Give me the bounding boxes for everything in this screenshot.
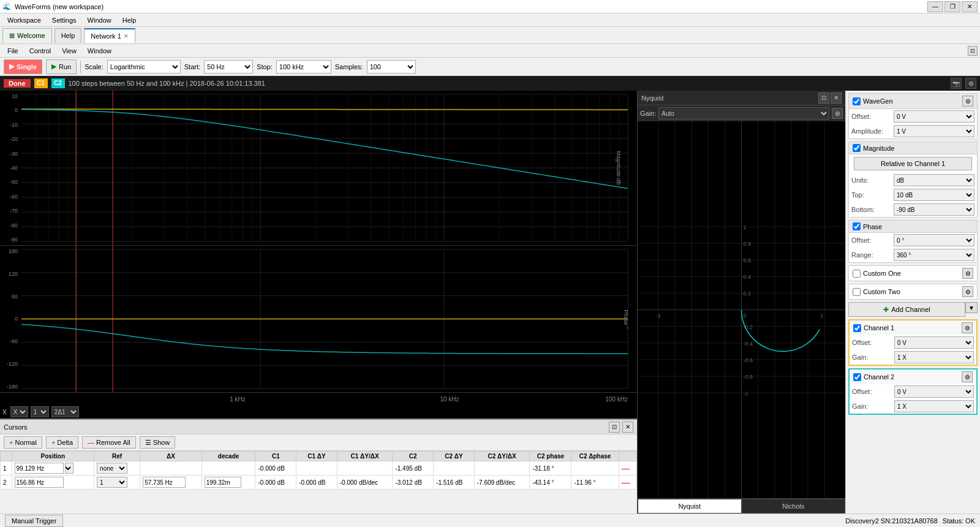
cursor2-ref-select[interactable]: 1 — [97, 477, 127, 488]
cursor1-c1dydx — [337, 461, 393, 476]
magnitude-y-axis: 10 0 -10 -20 -30 -40 -50 -60 -70 -80 -90 — [0, 91, 20, 245]
ch1-gain-select[interactable]: 1 X — [894, 351, 974, 363]
phase-checkbox[interactable] — [853, 222, 861, 230]
nyquist-tab-nyquist[interactable]: Nyquist — [638, 499, 742, 514]
mag-top-select[interactable]: 10 dB — [894, 189, 974, 201]
nyquist-close-btn[interactable]: ✕ — [831, 93, 842, 104]
nyquist-float-btn[interactable]: ⊡ — [818, 93, 829, 104]
channel1-checkbox[interactable] — [853, 324, 861, 332]
wavegen-amplitude-row: Amplitude: 1 V — [849, 124, 977, 138]
phase-unit-label: Phase ° — [623, 309, 629, 329]
mag-bottom-select[interactable]: -90 dB — [894, 203, 974, 216]
tab-help[interactable]: Help — [55, 28, 82, 43]
show-btn[interactable]: ☰ Show — [140, 436, 176, 449]
float-button[interactable]: ⊡ — [968, 46, 978, 56]
cursor-row-1: 1 none -0.000 dB — [1, 461, 637, 476]
relative-to-ch1-btn[interactable]: Relative to Channel 1 — [854, 157, 972, 170]
channel2-settings-btn[interactable]: ⚙ — [962, 371, 973, 382]
chart-settings-btn[interactable]: ⚙ — [965, 78, 976, 89]
mag-units-select[interactable]: dB — [894, 174, 974, 186]
menu-file[interactable]: File — [2, 46, 23, 56]
chart-status-info: 100 steps between 50 Hz and 100 kHz | 20… — [69, 80, 265, 87]
custom-one-inner: Custom One — [853, 270, 901, 278]
scale-select[interactable]: Logarithmic — [107, 60, 181, 74]
cursor2-decade-input[interactable] — [205, 477, 241, 488]
cursor1-pos-input[interactable] — [15, 463, 64, 474]
custom-one-checkbox[interactable] — [853, 270, 861, 278]
show-icon: ☰ — [145, 439, 151, 447]
delta-cursor-label: Delta — [57, 439, 73, 446]
cursor2-del[interactable]: — — [619, 476, 636, 490]
tab-network1[interactable]: Network 1 ✕ — [84, 28, 135, 43]
ch2-gain-select[interactable]: 1 X — [894, 400, 974, 412]
custom-two-checkbox[interactable] — [853, 288, 861, 296]
menu-window2[interactable]: Window — [83, 46, 116, 56]
maximize-button[interactable]: ❐ — [944, 1, 960, 12]
cursor1-select[interactable]: 1 — [31, 406, 49, 417]
menu-workspace[interactable]: Workspace — [2, 15, 46, 25]
phase-tick-0: 0 — [15, 316, 18, 322]
mag-top-row: Top: 10 dB — [849, 188, 977, 202]
custom-two-settings[interactable]: ⚙ — [962, 286, 973, 297]
main-toolbar: ▶ Single ▶ Run Scale: Logarithmic Start:… — [0, 58, 980, 76]
ch1-gain-label: Gain: — [852, 354, 892, 361]
manual-trigger-btn[interactable]: Manual Trigger — [5, 515, 63, 527]
tab-network1-close[interactable]: ✕ — [124, 33, 129, 39]
magnitude-checkbox[interactable] — [853, 144, 861, 152]
magnitude-unit-label: Magnitude dB — [616, 151, 622, 185]
cursor2-dx-input[interactable] — [143, 477, 186, 488]
delta-cursor-btn[interactable]: + Delta — [46, 436, 78, 449]
phase-offset-select[interactable]: 0 ° — [894, 234, 974, 246]
nyquist-tab-nichols[interactable]: Nichols — [742, 499, 846, 514]
nyquist-gain-select[interactable]: Auto — [658, 107, 829, 119]
start-select[interactable]: 50 Hz — [204, 60, 253, 74]
run-button[interactable]: ▶ Run — [46, 59, 77, 74]
add-channel-dropdown[interactable]: ▼ — [965, 302, 978, 313]
samples-select[interactable]: 100 — [367, 60, 416, 74]
chart-screenshot-btn[interactable]: 📷 — [951, 78, 962, 89]
custom-one-label: Custom One — [863, 270, 901, 277]
cursor2-pos-input[interactable] — [15, 477, 64, 488]
remove-all-btn[interactable]: — Remove All — [82, 436, 136, 449]
cursors-close-button[interactable]: ✕ — [622, 422, 633, 433]
menu-window[interactable]: Window — [83, 15, 116, 25]
wavegen-amplitude-select[interactable]: 1 V — [894, 125, 974, 137]
cursor1-del[interactable]: — — [619, 461, 636, 476]
cursors-float-button[interactable]: ⊡ — [609, 422, 620, 433]
ch1-offset-select[interactable]: 0 V — [894, 336, 974, 349]
close-button[interactable]: ✕ — [962, 1, 978, 12]
delta-select[interactable]: 2Δ1 — [51, 406, 79, 417]
col-dx: ΔX — [140, 452, 202, 461]
cursor2-num: 2 — [1, 476, 12, 490]
cursor1-delete-icon[interactable]: — — [622, 463, 630, 473]
menu-view[interactable]: View — [57, 46, 81, 56]
normal-cursor-btn[interactable]: + Normal — [4, 436, 42, 449]
custom-two-group: Custom Two ⚙ — [848, 284, 978, 300]
channel2-label: Channel 2 — [864, 373, 894, 381]
mag-top-label: Top: — [851, 191, 891, 199]
cursor1-ref-select[interactable]: none — [97, 463, 127, 474]
add-channel-btn[interactable]: ✚ Add Channel — [848, 302, 965, 317]
stop-select[interactable]: 100 kHz — [276, 60, 331, 74]
cursor1-unit-select[interactable] — [65, 463, 74, 474]
tab-welcome[interactable]: ⊞ Welcome — [2, 28, 52, 43]
phase-range-select[interactable]: 360 ° — [894, 249, 974, 261]
custom-one-settings[interactable]: ⚙ — [962, 268, 973, 279]
menu-help[interactable]: Help — [118, 15, 141, 25]
minimize-button[interactable]: — — [927, 1, 943, 12]
wavegen-offset-select[interactable]: 0 V — [894, 110, 974, 123]
menu-settings[interactable]: Settings — [47, 15, 81, 25]
single-button[interactable]: ▶ Single — [4, 59, 42, 74]
x-mode-select[interactable]: X — [10, 406, 28, 417]
ch2-offset-select[interactable]: 0 V — [894, 385, 974, 398]
cursor2-delete-icon[interactable]: — — [622, 477, 630, 487]
menu-control[interactable]: Control — [24, 46, 56, 56]
channel1-header: Channel 1 ⚙ — [850, 320, 976, 335]
cursor2-c2: -3.012 dB — [393, 476, 434, 490]
channel1-settings-btn[interactable]: ⚙ — [962, 322, 973, 333]
channel2-checkbox[interactable] — [853, 373, 861, 381]
wavegen-checkbox[interactable] — [853, 97, 861, 105]
nyquist-gain-settings[interactable]: ⚙ — [832, 108, 843, 119]
normal-cursor-label: Normal — [15, 439, 36, 446]
wavegen-settings-btn[interactable]: ⚙ — [962, 96, 973, 107]
